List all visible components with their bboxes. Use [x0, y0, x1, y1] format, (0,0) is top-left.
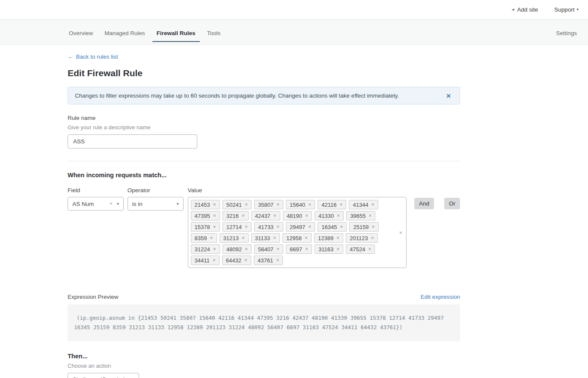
back-to-rules-link[interactable]: ← Back to rules list — [68, 54, 118, 60]
value-tag[interactable]: 8359× — [191, 233, 217, 243]
top-bar: + Add site Support ▾ — [0, 0, 588, 20]
value-tag[interactable]: 6697× — [286, 244, 312, 254]
tag-value: 31163 — [318, 246, 333, 253]
remove-tag-icon[interactable]: × — [308, 202, 311, 208]
rule-name-section: Rule name Give your rule a descriptive n… — [68, 115, 460, 149]
value-tag[interactable]: 47395× — [191, 211, 220, 220]
value-tag[interactable]: 41344× — [349, 200, 378, 209]
remove-tag-icon[interactable]: × — [371, 202, 374, 208]
remove-tag-icon[interactable]: × — [368, 246, 371, 252]
remove-tag-icon[interactable]: × — [242, 213, 245, 219]
value-tag[interactable]: 15378× — [191, 222, 220, 232]
value-tag[interactable]: 15640× — [286, 200, 315, 209]
field-select[interactable]: AS Num × ▾ — [68, 197, 124, 211]
tab-managed-rules[interactable]: Managed Rules — [100, 25, 149, 42]
remove-tag-icon[interactable]: × — [308, 224, 311, 230]
value-tag[interactable]: 48092× — [223, 244, 252, 254]
remove-tag-icon[interactable]: × — [336, 235, 339, 241]
remove-tag-icon[interactable]: × — [339, 202, 342, 208]
remove-tag-icon[interactable]: × — [305, 246, 308, 252]
remove-tag-icon[interactable]: × — [213, 202, 216, 208]
tag-value: 41733 — [258, 224, 273, 230]
rule-name-input[interactable] — [68, 134, 197, 149]
close-icon[interactable]: ✕ — [444, 92, 453, 100]
remove-tag-icon[interactable]: × — [276, 202, 279, 208]
remove-tag-icon[interactable]: × — [213, 246, 216, 252]
remove-tag-icon[interactable]: × — [371, 235, 374, 241]
tag-value: 47524 — [350, 246, 365, 253]
tag-value: 48190 — [287, 213, 302, 219]
info-banner: Changes to filter expressions may take u… — [68, 87, 460, 104]
remove-tag-icon[interactable]: × — [372, 224, 375, 230]
remove-tag-icon[interactable]: × — [245, 246, 248, 252]
remove-tag-icon[interactable]: × — [273, 213, 276, 219]
or-button[interactable]: Or — [444, 198, 460, 209]
value-tag[interactable]: 29497× — [286, 222, 315, 232]
value-tag[interactable]: 43761× — [254, 256, 283, 265]
then-section: Then... Choose an action Challenge (Capt… — [68, 353, 460, 378]
value-tag[interactable]: 12958× — [282, 233, 312, 243]
value-tag[interactable]: 201123× — [346, 233, 377, 243]
and-button[interactable]: And — [414, 198, 434, 209]
remove-tag-icon[interactable]: × — [213, 257, 216, 263]
value-tag[interactable]: 31224× — [191, 244, 220, 254]
tab-settings[interactable]: Settings — [552, 25, 581, 42]
remove-tag-icon[interactable]: × — [305, 213, 308, 219]
clear-all-values-icon[interactable]: × — [399, 229, 402, 236]
value-tag[interactable]: 64432× — [222, 256, 251, 265]
remove-tag-icon[interactable]: × — [276, 246, 279, 252]
value-tag[interactable]: 3216× — [223, 211, 249, 220]
value-tag[interactable]: 16345× — [318, 222, 347, 232]
remove-tag-icon[interactable]: × — [276, 224, 279, 230]
value-tag[interactable]: 12714× — [223, 222, 252, 232]
remove-tag-icon[interactable]: × — [273, 235, 276, 241]
remove-tag-icon[interactable]: × — [213, 213, 216, 219]
value-tag[interactable]: 31213× — [220, 233, 249, 243]
value-tag[interactable]: 31133× — [251, 233, 280, 243]
value-tag[interactable]: 39655× — [346, 211, 375, 220]
value-tag[interactable]: 50241× — [223, 200, 252, 209]
value-tag[interactable]: 41733× — [254, 222, 283, 232]
match-heading: When incoming requests match... — [68, 172, 460, 179]
remove-tag-icon[interactable]: × — [368, 213, 371, 219]
tab-overview[interactable]: Overview — [65, 25, 97, 42]
clear-field-icon[interactable]: × — [110, 201, 113, 207]
remove-tag-icon[interactable]: × — [242, 235, 245, 241]
tab-firewall-rules[interactable]: Firewall Rules — [152, 25, 200, 42]
remove-tag-icon[interactable]: × — [245, 224, 248, 230]
edit-expression-link[interactable]: Edit expression — [421, 294, 460, 300]
value-tag[interactable]: 42116× — [318, 200, 346, 209]
back-arrow-icon: ← — [68, 54, 74, 60]
remove-tag-icon[interactable]: × — [210, 235, 213, 241]
remove-tag-icon[interactable]: × — [276, 257, 279, 263]
value-tag[interactable]: 42437× — [251, 211, 280, 220]
support-menu[interactable]: Support ▾ — [554, 6, 579, 13]
tag-value: 25159 — [353, 224, 368, 230]
remove-tag-icon[interactable]: × — [340, 224, 343, 230]
remove-tag-icon[interactable]: × — [244, 257, 247, 263]
remove-tag-icon[interactable]: × — [305, 235, 308, 241]
value-tag[interactable]: 47524× — [346, 244, 375, 254]
value-tag[interactable]: 34411× — [191, 256, 220, 265]
value-tag[interactable]: 12389× — [314, 233, 343, 243]
chevron-down-icon: ▾ — [576, 8, 579, 12]
banner-text: Changes to filter expressions may take u… — [75, 92, 399, 99]
operator-select[interactable]: is in ▾ — [128, 197, 184, 211]
value-label: Value — [188, 187, 407, 193]
action-select[interactable]: Challenge (Captcha) ▾ — [68, 373, 139, 378]
value-tag[interactable]: 56407× — [254, 244, 283, 254]
value-tag[interactable]: 31163× — [315, 244, 343, 254]
add-site-button[interactable]: + Add site — [512, 6, 538, 13]
value-tag[interactable]: 21453× — [191, 200, 220, 209]
value-tag[interactable]: 35807× — [254, 200, 283, 209]
tag-value: 12714 — [226, 224, 242, 230]
remove-tag-icon[interactable]: × — [213, 224, 216, 230]
remove-tag-icon[interactable]: × — [337, 213, 340, 219]
tab-tools[interactable]: Tools — [203, 25, 225, 42]
remove-tag-icon[interactable]: × — [245, 202, 248, 208]
value-tag[interactable]: 25159× — [349, 222, 378, 232]
value-tags-input[interactable]: 21453×50241×35807×15640×42116×41344×4739… — [188, 197, 407, 268]
value-tag[interactable]: 41330× — [315, 211, 344, 220]
remove-tag-icon[interactable]: × — [336, 246, 339, 252]
value-tag[interactable]: 48190× — [283, 211, 312, 220]
